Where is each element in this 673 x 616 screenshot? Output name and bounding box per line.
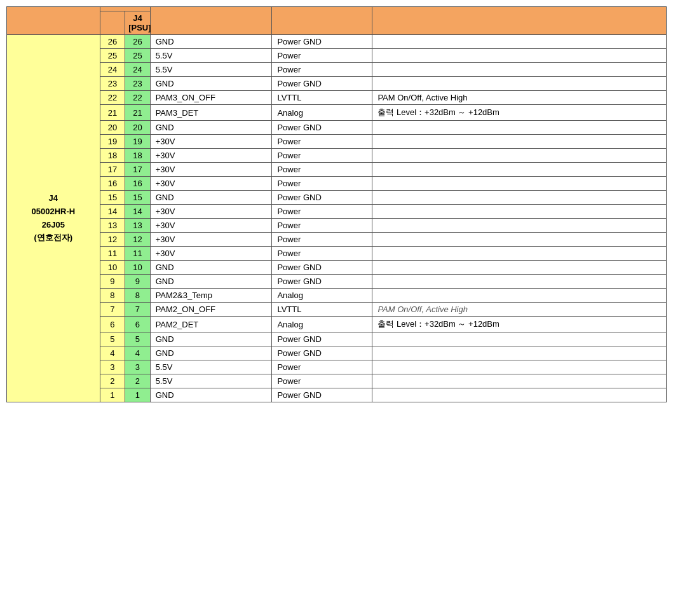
comment-value [372,233,667,247]
signal-type-value: Power [272,247,372,261]
j4-value: 16 [125,177,150,191]
signal-type-value: Power [272,135,372,149]
pam-value: 17 [100,163,125,177]
signal-type-value: Power [272,49,372,63]
description-value: GND [150,191,272,205]
comment-value [372,149,667,163]
comment-value [372,35,667,49]
pam-value: 20 [100,121,125,135]
signal-type-value: Analog [272,105,372,121]
signal-type-value: Power GND [272,35,372,49]
description-value: +30V [150,177,272,191]
description-value: 5.5V [150,360,272,374]
signal-type-value: Power GND [272,346,372,360]
comment-value [372,77,667,91]
pam-value: 14 [100,205,125,219]
comment-value: PAM On/Off, Active High [372,303,667,317]
pam-value: 16 [100,177,125,191]
header-comment [372,7,667,35]
j4-value: 3 [125,360,150,374]
comment-value [372,121,667,135]
pam-value: 23 [100,77,125,91]
description-value: GND [150,332,272,346]
signal-type-value: Analog [272,317,372,332]
description-value: GND [150,121,272,135]
comment-value [372,388,667,402]
signal-type-value: Power [272,63,372,77]
description-value: GND [150,388,272,402]
comment-value [372,163,667,177]
comment-value [372,191,667,205]
description-value: GND [150,261,272,275]
j4-value: 17 [125,163,150,177]
signal-type-value: Power [272,149,372,163]
signal-type-value: Power GND [272,77,372,91]
signal-type-value: Power [272,219,372,233]
j4-value: 11 [125,247,150,261]
signal-type-value: Analog [272,289,372,303]
comment-value [372,219,667,233]
pam-value: 18 [100,149,125,163]
j4-value: 21 [125,105,150,121]
j4-value: 13 [125,219,150,233]
pam-value: 15 [100,191,125,205]
comment-value [372,289,667,303]
j4-value: 4 [125,346,150,360]
pam-value: 5 [100,332,125,346]
pam-value: 4 [100,346,125,360]
description-value: +30V [150,163,272,177]
comment-value [372,63,667,77]
comment-value [372,177,667,191]
j4-value: 25 [125,49,150,63]
header-connector [7,7,100,35]
j4-value: 20 [125,121,150,135]
header-interface [100,7,150,11]
description-value: GND [150,346,272,360]
signal-type-value: Power [272,374,372,388]
header-pam [100,11,125,35]
description-value: +30V [150,135,272,149]
description-value: +30V [150,205,272,219]
header-j4: J4[PSU] [125,11,150,35]
description-value: PAM2&3_Temp [150,289,272,303]
j4-value: 7 [125,303,150,317]
j4-value: 26 [125,35,150,49]
signal-type-value: LVTTL [272,91,372,105]
signal-type-value: Power GND [272,261,372,275]
pam-value: 7 [100,303,125,317]
description-value: PAM2_ON_OFF [150,303,272,317]
j4-value: 6 [125,317,150,332]
header-description [150,7,272,35]
pam-value: 19 [100,135,125,149]
pam-value: 22 [100,91,125,105]
comment-value [372,275,667,289]
j4-value: 9 [125,275,150,289]
comment-value [372,49,667,63]
pam-value: 21 [100,105,125,121]
comment-value: PAM On/Off, Active High [372,91,667,105]
signal-type-value: Power [272,360,372,374]
description-value: GND [150,77,272,91]
j4-value: 14 [125,205,150,219]
j4-value: 15 [125,191,150,205]
pam-value: 3 [100,360,125,374]
signal-type-value: Power GND [272,388,372,402]
description-value: +30V [150,219,272,233]
j4-value: 19 [125,135,150,149]
header-signal-type [272,7,372,35]
pam-value: 26 [100,35,125,49]
pam-value: 9 [100,275,125,289]
comment-value [372,346,667,360]
signal-type-value: LVTTL [272,303,372,317]
j4-value: 22 [125,91,150,105]
description-value: +30V [150,149,272,163]
signal-type-value: Power [272,205,372,219]
pam-value: 12 [100,233,125,247]
signal-type-value: Power GND [272,275,372,289]
j4-value: 1 [125,388,150,402]
comment-value [372,360,667,374]
signal-type-value: Power [272,233,372,247]
signal-type-value: Power [272,177,372,191]
j4-value: 24 [125,63,150,77]
j4-value: 12 [125,233,150,247]
